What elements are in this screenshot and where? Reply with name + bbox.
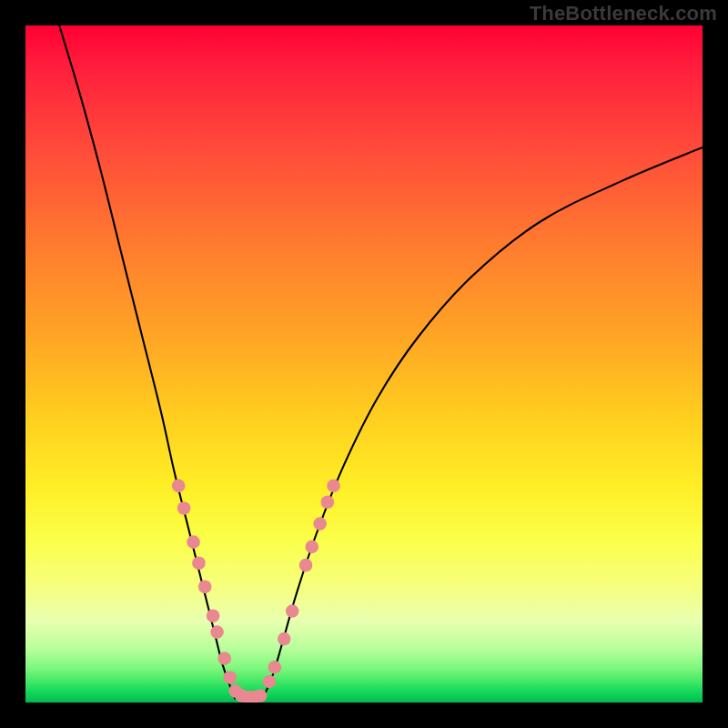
data-dot (321, 495, 335, 509)
plot-area (25, 25, 703, 703)
data-dot (327, 480, 340, 493)
curve-right-branch (262, 147, 703, 699)
data-dot (286, 604, 299, 618)
curve-left-branch (59, 25, 235, 699)
chart-frame: TheBottleneck.com (0, 0, 728, 728)
data-dot (305, 541, 318, 554)
data-dot (263, 675, 277, 689)
data-dot (217, 652, 231, 665)
data-dot (210, 625, 224, 639)
data-dot (313, 517, 327, 531)
data-dot (177, 501, 191, 515)
data-dot (172, 480, 186, 493)
dots-group (172, 480, 340, 703)
data-dot (254, 689, 268, 703)
data-dot (268, 661, 281, 674)
curve-layer (25, 25, 703, 703)
curves-group (59, 25, 703, 699)
data-dot (192, 556, 206, 570)
data-dot (299, 559, 313, 572)
data-dot (198, 580, 212, 593)
data-dot (207, 609, 220, 622)
watermark-text: TheBottleneck.com (530, 2, 717, 25)
data-dot (223, 671, 237, 684)
data-dot (278, 632, 291, 646)
data-dot (187, 535, 200, 549)
